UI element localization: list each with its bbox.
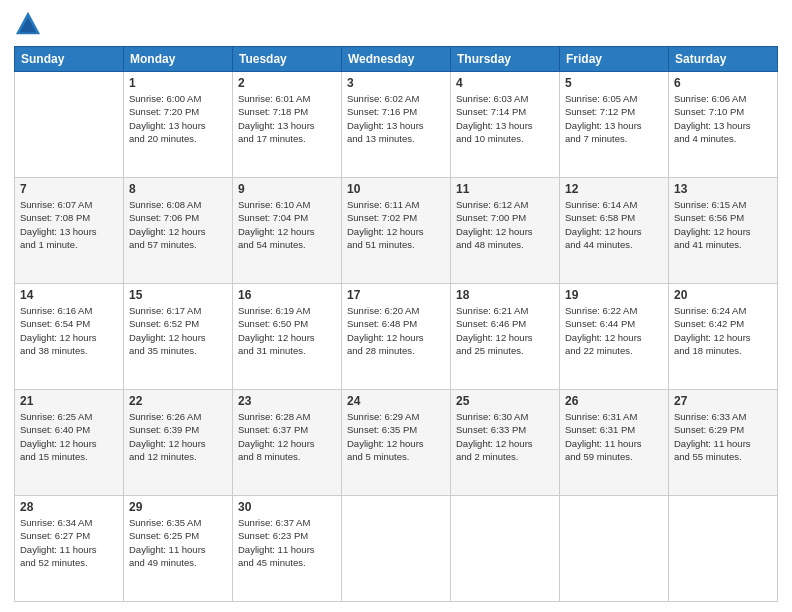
day-info: Sunrise: 6:37 AM Sunset: 6:23 PM Dayligh… — [238, 516, 336, 569]
day-cell: 5Sunrise: 6:05 AM Sunset: 7:12 PM Daylig… — [560, 72, 669, 178]
day-number: 14 — [20, 288, 118, 302]
day-cell: 9Sunrise: 6:10 AM Sunset: 7:04 PM Daylig… — [233, 178, 342, 284]
header — [14, 10, 778, 38]
day-info: Sunrise: 6:34 AM Sunset: 6:27 PM Dayligh… — [20, 516, 118, 569]
header-cell-thursday: Thursday — [451, 47, 560, 72]
day-info: Sunrise: 6:00 AM Sunset: 7:20 PM Dayligh… — [129, 92, 227, 145]
day-info: Sunrise: 6:10 AM Sunset: 7:04 PM Dayligh… — [238, 198, 336, 251]
day-cell: 4Sunrise: 6:03 AM Sunset: 7:14 PM Daylig… — [451, 72, 560, 178]
day-number: 21 — [20, 394, 118, 408]
day-number: 18 — [456, 288, 554, 302]
day-cell — [342, 496, 451, 602]
day-number: 8 — [129, 182, 227, 196]
day-info: Sunrise: 6:24 AM Sunset: 6:42 PM Dayligh… — [674, 304, 772, 357]
day-info: Sunrise: 6:15 AM Sunset: 6:56 PM Dayligh… — [674, 198, 772, 251]
week-row-3: 21Sunrise: 6:25 AM Sunset: 6:40 PM Dayli… — [15, 390, 778, 496]
day-info: Sunrise: 6:26 AM Sunset: 6:39 PM Dayligh… — [129, 410, 227, 463]
day-number: 10 — [347, 182, 445, 196]
day-cell — [451, 496, 560, 602]
day-info: Sunrise: 6:08 AM Sunset: 7:06 PM Dayligh… — [129, 198, 227, 251]
day-info: Sunrise: 6:25 AM Sunset: 6:40 PM Dayligh… — [20, 410, 118, 463]
header-cell-saturday: Saturday — [669, 47, 778, 72]
day-cell: 30Sunrise: 6:37 AM Sunset: 6:23 PM Dayli… — [233, 496, 342, 602]
day-cell: 18Sunrise: 6:21 AM Sunset: 6:46 PM Dayli… — [451, 284, 560, 390]
day-number: 13 — [674, 182, 772, 196]
day-number: 29 — [129, 500, 227, 514]
day-number: 2 — [238, 76, 336, 90]
logo-icon — [14, 10, 42, 38]
calendar-header: SundayMondayTuesdayWednesdayThursdayFrid… — [15, 47, 778, 72]
day-number: 9 — [238, 182, 336, 196]
header-row: SundayMondayTuesdayWednesdayThursdayFrid… — [15, 47, 778, 72]
day-cell: 21Sunrise: 6:25 AM Sunset: 6:40 PM Dayli… — [15, 390, 124, 496]
day-cell: 17Sunrise: 6:20 AM Sunset: 6:48 PM Dayli… — [342, 284, 451, 390]
day-cell: 19Sunrise: 6:22 AM Sunset: 6:44 PM Dayli… — [560, 284, 669, 390]
day-info: Sunrise: 6:19 AM Sunset: 6:50 PM Dayligh… — [238, 304, 336, 357]
day-cell: 27Sunrise: 6:33 AM Sunset: 6:29 PM Dayli… — [669, 390, 778, 496]
day-number: 26 — [565, 394, 663, 408]
day-cell: 23Sunrise: 6:28 AM Sunset: 6:37 PM Dayli… — [233, 390, 342, 496]
day-info: Sunrise: 6:16 AM Sunset: 6:54 PM Dayligh… — [20, 304, 118, 357]
day-cell: 26Sunrise: 6:31 AM Sunset: 6:31 PM Dayli… — [560, 390, 669, 496]
day-number: 22 — [129, 394, 227, 408]
day-cell: 11Sunrise: 6:12 AM Sunset: 7:00 PM Dayli… — [451, 178, 560, 284]
day-info: Sunrise: 6:20 AM Sunset: 6:48 PM Dayligh… — [347, 304, 445, 357]
day-info: Sunrise: 6:30 AM Sunset: 6:33 PM Dayligh… — [456, 410, 554, 463]
day-info: Sunrise: 6:07 AM Sunset: 7:08 PM Dayligh… — [20, 198, 118, 251]
day-number: 17 — [347, 288, 445, 302]
day-number: 11 — [456, 182, 554, 196]
day-number: 6 — [674, 76, 772, 90]
day-cell: 16Sunrise: 6:19 AM Sunset: 6:50 PM Dayli… — [233, 284, 342, 390]
day-info: Sunrise: 6:22 AM Sunset: 6:44 PM Dayligh… — [565, 304, 663, 357]
day-cell: 7Sunrise: 6:07 AM Sunset: 7:08 PM Daylig… — [15, 178, 124, 284]
day-info: Sunrise: 6:11 AM Sunset: 7:02 PM Dayligh… — [347, 198, 445, 251]
week-row-4: 28Sunrise: 6:34 AM Sunset: 6:27 PM Dayli… — [15, 496, 778, 602]
calendar: SundayMondayTuesdayWednesdayThursdayFrid… — [14, 46, 778, 602]
day-info: Sunrise: 6:28 AM Sunset: 6:37 PM Dayligh… — [238, 410, 336, 463]
day-cell: 8Sunrise: 6:08 AM Sunset: 7:06 PM Daylig… — [124, 178, 233, 284]
day-number: 25 — [456, 394, 554, 408]
day-info: Sunrise: 6:05 AM Sunset: 7:12 PM Dayligh… — [565, 92, 663, 145]
week-row-1: 7Sunrise: 6:07 AM Sunset: 7:08 PM Daylig… — [15, 178, 778, 284]
header-cell-monday: Monday — [124, 47, 233, 72]
day-info: Sunrise: 6:12 AM Sunset: 7:00 PM Dayligh… — [456, 198, 554, 251]
day-cell: 3Sunrise: 6:02 AM Sunset: 7:16 PM Daylig… — [342, 72, 451, 178]
day-number: 24 — [347, 394, 445, 408]
day-number: 15 — [129, 288, 227, 302]
day-cell: 1Sunrise: 6:00 AM Sunset: 7:20 PM Daylig… — [124, 72, 233, 178]
day-cell — [669, 496, 778, 602]
day-cell: 29Sunrise: 6:35 AM Sunset: 6:25 PM Dayli… — [124, 496, 233, 602]
week-row-2: 14Sunrise: 6:16 AM Sunset: 6:54 PM Dayli… — [15, 284, 778, 390]
day-cell: 10Sunrise: 6:11 AM Sunset: 7:02 PM Dayli… — [342, 178, 451, 284]
day-info: Sunrise: 6:35 AM Sunset: 6:25 PM Dayligh… — [129, 516, 227, 569]
day-info: Sunrise: 6:31 AM Sunset: 6:31 PM Dayligh… — [565, 410, 663, 463]
day-number: 1 — [129, 76, 227, 90]
day-cell — [560, 496, 669, 602]
day-cell: 13Sunrise: 6:15 AM Sunset: 6:56 PM Dayli… — [669, 178, 778, 284]
day-number: 19 — [565, 288, 663, 302]
day-cell: 28Sunrise: 6:34 AM Sunset: 6:27 PM Dayli… — [15, 496, 124, 602]
header-cell-wednesday: Wednesday — [342, 47, 451, 72]
day-cell: 6Sunrise: 6:06 AM Sunset: 7:10 PM Daylig… — [669, 72, 778, 178]
day-number: 27 — [674, 394, 772, 408]
day-number: 23 — [238, 394, 336, 408]
header-cell-tuesday: Tuesday — [233, 47, 342, 72]
day-info: Sunrise: 6:21 AM Sunset: 6:46 PM Dayligh… — [456, 304, 554, 357]
day-number: 3 — [347, 76, 445, 90]
day-number: 30 — [238, 500, 336, 514]
day-number: 28 — [20, 500, 118, 514]
logo — [14, 10, 46, 38]
day-info: Sunrise: 6:33 AM Sunset: 6:29 PM Dayligh… — [674, 410, 772, 463]
day-cell: 2Sunrise: 6:01 AM Sunset: 7:18 PM Daylig… — [233, 72, 342, 178]
day-cell: 15Sunrise: 6:17 AM Sunset: 6:52 PM Dayli… — [124, 284, 233, 390]
day-info: Sunrise: 6:14 AM Sunset: 6:58 PM Dayligh… — [565, 198, 663, 251]
day-cell: 12Sunrise: 6:14 AM Sunset: 6:58 PM Dayli… — [560, 178, 669, 284]
day-info: Sunrise: 6:17 AM Sunset: 6:52 PM Dayligh… — [129, 304, 227, 357]
day-number: 12 — [565, 182, 663, 196]
day-info: Sunrise: 6:06 AM Sunset: 7:10 PM Dayligh… — [674, 92, 772, 145]
day-cell: 22Sunrise: 6:26 AM Sunset: 6:39 PM Dayli… — [124, 390, 233, 496]
day-cell: 14Sunrise: 6:16 AM Sunset: 6:54 PM Dayli… — [15, 284, 124, 390]
day-cell: 24Sunrise: 6:29 AM Sunset: 6:35 PM Dayli… — [342, 390, 451, 496]
day-number: 7 — [20, 182, 118, 196]
day-info: Sunrise: 6:29 AM Sunset: 6:35 PM Dayligh… — [347, 410, 445, 463]
